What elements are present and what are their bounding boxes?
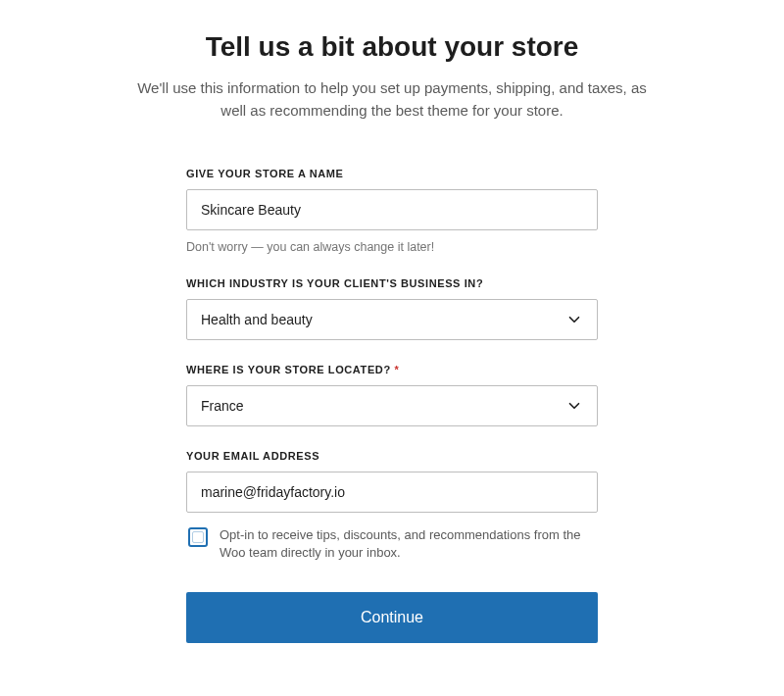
location-label-text: WHERE IS YOUR STORE LOCATED? [186, 364, 391, 375]
store-name-field-group: GIVE YOUR STORE A NAME Don't worry — you… [186, 168, 598, 254]
email-label: YOUR EMAIL ADDRESS [186, 450, 598, 462]
continue-button[interactable]: Continue [186, 592, 598, 643]
required-marker: * [394, 364, 399, 375]
industry-select[interactable]: Health and beauty [186, 299, 598, 340]
industry-select-value: Health and beauty [201, 312, 313, 327]
opt-in-text: Opt-in to receive tips, discounts, and r… [220, 526, 598, 564]
opt-in-checkbox[interactable] [188, 527, 208, 547]
store-setup-form: GIVE YOUR STORE A NAME Don't worry — you… [186, 168, 598, 644]
industry-field-group: WHICH INDUSTRY IS YOUR CLIENT'S BUSINESS… [186, 277, 598, 340]
page-title: Tell us a bit about your store [0, 31, 784, 63]
store-name-label: GIVE YOUR STORE A NAME [186, 168, 598, 179]
store-name-hint: Don't worry — you can always change it l… [186, 240, 598, 254]
email-field-group: YOUR EMAIL ADDRESS [186, 450, 598, 513]
chevron-down-icon [565, 311, 583, 328]
industry-label: WHICH INDUSTRY IS YOUR CLIENT'S BUSINESS… [186, 277, 598, 289]
location-label: WHERE IS YOUR STORE LOCATED? * [186, 364, 598, 375]
page-subtitle: We'll use this information to help you s… [127, 76, 657, 123]
email-input[interactable] [186, 472, 598, 513]
location-select-value: France [201, 398, 244, 414]
opt-in-row: Opt-in to receive tips, discounts, and r… [186, 526, 598, 564]
chevron-down-icon [565, 397, 583, 415]
location-select[interactable]: France [186, 385, 598, 426]
store-name-input[interactable] [186, 189, 598, 230]
location-field-group: WHERE IS YOUR STORE LOCATED? * France [186, 364, 598, 426]
